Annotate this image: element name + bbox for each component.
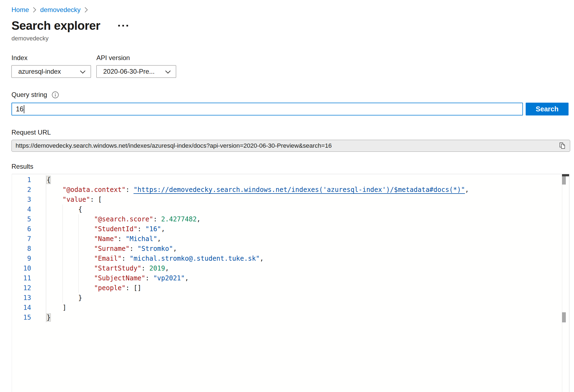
code-line: 13 } xyxy=(12,293,569,303)
json-token: : xyxy=(118,235,126,243)
line-number: 10 xyxy=(12,263,46,273)
line-number: 8 xyxy=(12,244,46,254)
scrollbar-thumb[interactable] xyxy=(562,312,566,322)
api-version-select[interactable]: 2020-06-30-Pre... xyxy=(96,65,176,78)
line-number: 4 xyxy=(12,204,46,214)
query-string-label: Query string xyxy=(11,91,47,99)
code-text: "Name": "Michal", xyxy=(46,234,569,244)
code-text: "@odata.context": "https://demovedecky.s… xyxy=(46,185,569,195)
code-text: "SubjectName": "vp2021", xyxy=(46,273,569,283)
json-token: : xyxy=(141,265,149,272)
indent-guide xyxy=(63,254,63,263)
index-select[interactable]: azuresql-index xyxy=(11,65,91,78)
json-token: 2.4277482 xyxy=(161,215,197,223)
code-line: 5 "@search.score": 2.4277482, xyxy=(12,214,569,224)
code-line: 11 "SubjectName": "vp2021", xyxy=(12,273,569,283)
editor-scrollbar[interactable] xyxy=(562,174,569,392)
json-token: , xyxy=(185,274,189,282)
code-line: 1{ xyxy=(12,175,569,185)
code-text: "Email": "michal.stromko@.student.tuke.s… xyxy=(46,254,569,263)
line-number: 2 xyxy=(12,185,46,195)
code-text: "value": [ xyxy=(46,195,569,204)
indent-guide xyxy=(78,283,79,293)
line-number: 13 xyxy=(12,293,46,303)
text-caret xyxy=(24,105,24,113)
indent-guide xyxy=(78,214,79,224)
search-button[interactable]: Search xyxy=(526,103,569,115)
indent-guide xyxy=(78,273,79,283)
code-text: "StudentId": "16", xyxy=(46,224,569,234)
json-token: , xyxy=(165,265,169,272)
json-token: "Email" xyxy=(94,255,122,262)
json-token: "value" xyxy=(63,196,90,203)
page-subtitle: demovedecky xyxy=(11,35,574,42)
indent-guide xyxy=(78,224,79,234)
code-line: 14 ] xyxy=(12,303,569,313)
json-token: , xyxy=(161,225,165,233)
info-icon[interactable] xyxy=(52,91,59,99)
scrollbar-thumb[interactable] xyxy=(562,176,566,185)
json-token: "SubjectName" xyxy=(94,274,145,282)
line-number: 11 xyxy=(12,273,46,283)
query-input[interactable]: 16 xyxy=(11,103,523,115)
code-lines: 1{2 "@odata.context": "https://demovedec… xyxy=(12,174,569,322)
breadcrumb-link-demovedecky[interactable]: demovedecky xyxy=(40,6,81,14)
code-line: 10 "StartStudy": 2019, xyxy=(12,263,569,273)
json-token: { xyxy=(78,206,82,213)
json-token: : xyxy=(122,255,130,262)
json-token: "vp2021" xyxy=(153,274,185,282)
json-token: , xyxy=(260,255,264,262)
query-input-value: 16 xyxy=(16,105,23,113)
json-token: 2019 xyxy=(149,265,165,272)
line-number: 1 xyxy=(12,175,46,185)
indent-guide xyxy=(78,263,79,273)
json-token: "michal.stromko@.student.tuke.sk" xyxy=(129,255,260,262)
json-token: , xyxy=(157,235,161,243)
json-token: "Michal" xyxy=(126,235,157,243)
code-line: 6 "StudentId": "16", xyxy=(12,224,569,234)
breadcrumb-link-home[interactable]: Home xyxy=(11,6,29,14)
ellipsis-horizontal-icon[interactable] xyxy=(117,23,129,29)
code-text: } xyxy=(46,313,569,322)
results-label: Results xyxy=(11,163,574,170)
json-token: "StartStudy" xyxy=(94,265,141,272)
indent-guide xyxy=(63,283,63,293)
json-token: : xyxy=(126,186,134,194)
code-text: } xyxy=(46,293,569,303)
json-token: : [] xyxy=(126,284,141,292)
json-token: { xyxy=(47,176,51,184)
copy-icon[interactable] xyxy=(558,141,567,150)
json-token: ] xyxy=(63,304,66,311)
index-label: Index xyxy=(11,54,91,62)
code-line: 15} xyxy=(12,313,569,322)
json-token: "StudentId" xyxy=(94,225,137,233)
json-token: "Stromko" xyxy=(137,245,173,253)
json-token: , xyxy=(197,215,200,223)
api-version-select-value: 2020-06-30-Pre... xyxy=(103,68,155,75)
indent-guide xyxy=(63,234,63,244)
api-version-field-group: API version 2020-06-30-Pre... xyxy=(96,54,176,78)
index-field-group: Index azuresql-index xyxy=(11,54,91,78)
json-link[interactable]: "https://demovedecky.search.windows.net/… xyxy=(134,186,465,194)
line-number: 9 xyxy=(12,254,46,263)
line-number: 3 xyxy=(12,195,46,204)
indent-guide xyxy=(78,254,79,263)
index-select-value: azuresql-index xyxy=(18,68,61,75)
line-number: 6 xyxy=(12,224,46,234)
indent-guide xyxy=(78,234,79,244)
code-line: 12 "people": [] xyxy=(12,283,569,293)
results-editor[interactable]: 1{2 "@odata.context": "https://demovedec… xyxy=(12,174,569,392)
json-token: "Surname" xyxy=(94,245,129,253)
line-number: 5 xyxy=(12,214,46,224)
page-title: Search explorer xyxy=(11,19,100,33)
indent-guide xyxy=(63,263,63,273)
json-token: : [ xyxy=(90,196,102,203)
json-token: : xyxy=(145,274,153,282)
indent-guide xyxy=(63,244,63,254)
indent-guide xyxy=(63,293,63,303)
chevron-down-icon xyxy=(80,68,86,75)
json-token: "people" xyxy=(94,284,126,292)
line-number: 7 xyxy=(12,234,46,244)
line-number: 14 xyxy=(12,303,46,313)
json-token: : xyxy=(153,215,161,223)
